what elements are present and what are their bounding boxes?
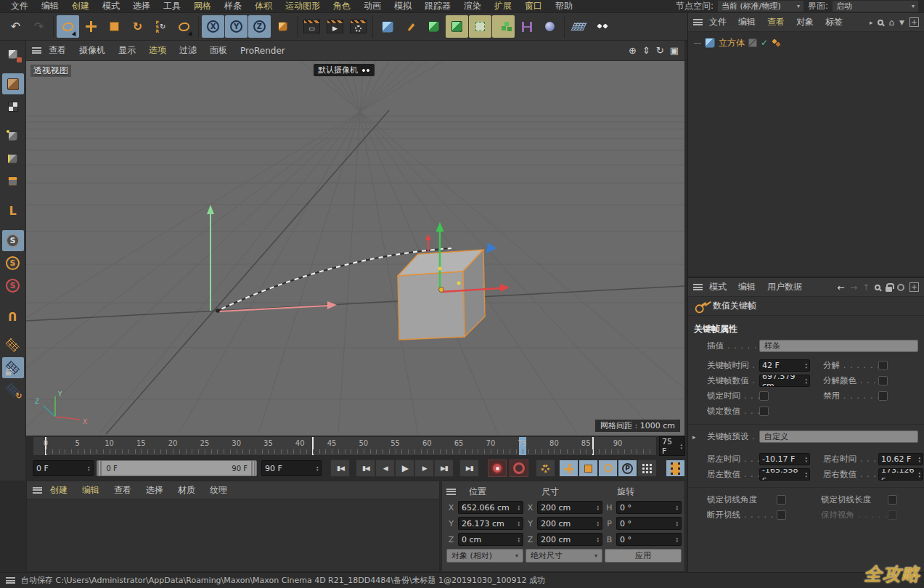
size-x-field[interactable]: 200 cm▴▾ (537, 501, 602, 514)
spinner-icon[interactable]: ▴▾ (516, 520, 520, 527)
spline-pen-button[interactable] (399, 15, 422, 38)
lock-tangent-length-checkbox[interactable] (888, 495, 897, 505)
symmetry-button[interactable] (515, 15, 538, 38)
mat-menu-create[interactable]: 创建 (44, 484, 74, 497)
menu-create[interactable]: 创建 (65, 0, 96, 12)
snap-enable-button[interactable]: S (2, 230, 24, 251)
spinner-icon[interactable]: ▴▾ (804, 362, 807, 369)
zoom-view-icon[interactable]: ⇕ (642, 45, 650, 56)
vp-menu-display[interactable]: 显示 (113, 44, 142, 57)
view-label[interactable]: 透视视图 (30, 65, 71, 77)
spinner-icon[interactable]: ▴▾ (595, 505, 599, 511)
workplane-rotate-button[interactable]: ↻ (2, 380, 24, 401)
undo-button[interactable]: ↶ (4, 15, 27, 38)
rotate-button[interactable]: ↻ (126, 15, 149, 38)
range-end-field[interactable]: 90 F ▴▾ (261, 460, 322, 476)
live-selection-button[interactable]: ▲ (57, 15, 79, 38)
menu-window[interactable]: 窗口 (518, 0, 549, 12)
mat-menu-material[interactable]: 材质 (171, 484, 202, 497)
node-space-select[interactable]: 当前 (标准/物理)▾ (718, 1, 804, 12)
record-parameter-button[interactable]: P (618, 460, 637, 477)
left-value-field[interactable]: -165.558 c▴▾ (759, 468, 810, 481)
ffd-button[interactable] (469, 15, 491, 38)
left-time-field[interactable]: -10.17 F▴▾ (759, 453, 810, 465)
break-tangent-checkbox[interactable] (777, 510, 786, 520)
vp-menu-prorender[interactable]: ProRender (234, 46, 291, 56)
attr-menu-mode[interactable]: 模式 (704, 281, 732, 293)
menu-mode[interactable]: 模式 (96, 0, 126, 12)
mat-menu-edit[interactable]: 编辑 (75, 484, 106, 497)
material-list-area[interactable] (27, 499, 439, 571)
range-grip-left[interactable] (97, 461, 102, 475)
menu-select[interactable]: 选择 (126, 0, 157, 12)
menu-help[interactable]: 帮助 (549, 0, 579, 12)
magnet-button[interactable]: U (2, 305, 24, 326)
menu-mograph[interactable]: 运动图形 (279, 0, 327, 12)
record-keyframe-button[interactable] (488, 460, 507, 477)
mat-menu-texture[interactable]: 纹理 (203, 484, 234, 497)
panel-menu-icon[interactable] (6, 577, 15, 584)
coordinate-system-button[interactable] (271, 15, 294, 38)
spinner-icon[interactable]: ▴▾ (804, 456, 807, 462)
search-icon[interactable] (878, 20, 883, 25)
vp-menu-camera[interactable]: 摄像机 (73, 44, 111, 57)
right-value-field[interactable]: 173.126 c▴▾ (878, 468, 923, 481)
layer-icon[interactable] (748, 38, 757, 47)
home-icon[interactable]: ⌂ (888, 17, 894, 28)
goto-next-key-button[interactable]: ▶▮ (434, 460, 454, 477)
instance-button[interactable] (446, 15, 468, 38)
current-frame-field[interactable]: 75 F ▴▾ (659, 436, 685, 456)
prev-frame-button[interactable]: ◀ (375, 460, 395, 477)
menu-spline[interactable]: 样条 (218, 0, 248, 12)
move-button[interactable] (80, 15, 102, 38)
spinner-icon[interactable]: ▴▾ (595, 536, 599, 543)
cloner-button[interactable] (492, 15, 515, 38)
menu-render[interactable]: 渲染 (457, 0, 488, 12)
add-panel-icon[interactable]: + (909, 282, 919, 292)
lock-icon[interactable] (886, 287, 892, 292)
workplane-lock-button[interactable] (2, 357, 24, 378)
snap-3d-button[interactable]: S (2, 253, 24, 274)
panel-menu-icon[interactable] (33, 487, 42, 494)
menu-mesh[interactable]: 网格 (187, 0, 218, 12)
record-pla-button[interactable] (637, 460, 657, 477)
spinner-icon[interactable]: ▴▾ (595, 520, 599, 527)
interface-select[interactable]: 启动▾ (833, 1, 918, 12)
spinner-icon[interactable]: ▴▾ (674, 536, 678, 543)
key-value-field[interactable]: 697.579 cm▴▾ (759, 375, 810, 387)
range-start-field[interactable]: 0 F ▴▾ (33, 460, 94, 476)
lock-tangent-angle-checkbox[interactable] (777, 495, 786, 505)
position-mode-select[interactable]: 对象 (相对)▾ (446, 549, 523, 563)
record-scale-button[interactable] (578, 460, 598, 477)
play-button[interactable]: ▶ (395, 460, 414, 477)
forward-icon[interactable]: → (850, 282, 857, 293)
pan-view-icon[interactable]: ⊕ (629, 45, 637, 56)
render-view-button[interactable]: ▭ (300, 15, 323, 38)
workplane-button[interactable] (2, 335, 24, 356)
edge-mode-button[interactable] (2, 148, 24, 169)
next-frame-button[interactable]: ▶ (414, 460, 434, 477)
timeline-window-button[interactable] (666, 460, 685, 477)
goto-end-button[interactable]: ▶▮ (459, 460, 479, 477)
search-icon[interactable] (875, 285, 880, 290)
camera-light-button[interactable] (591, 15, 613, 38)
record-rotation-button[interactable] (598, 460, 618, 477)
lock-time-checkbox[interactable] (759, 391, 769, 401)
vp-menu-filter[interactable]: 过滤 (173, 44, 203, 57)
record-position-button[interactable] (559, 460, 578, 477)
goto-prev-key-button[interactable]: ▮◀ (356, 460, 375, 477)
position-x-field[interactable]: 652.066 cm▴▾ (458, 501, 523, 514)
panel-arrow-icon[interactable]: ▸ (870, 19, 873, 26)
om-menu-file[interactable]: 文件 (704, 16, 732, 28)
autokey-button[interactable] (510, 460, 528, 477)
point-mode-button[interactable] (2, 126, 24, 147)
spinner-icon[interactable]: ▴▾ (674, 505, 678, 511)
render-picture-viewer-button[interactable]: ▶ (324, 15, 346, 38)
psr-button[interactable]: PSR↻ (150, 15, 172, 38)
size-mode-select[interactable]: 绝对尺寸▾ (526, 549, 602, 563)
goto-start-button[interactable]: ▮◀ (330, 460, 350, 477)
vp-menu-panel[interactable]: 面板 (204, 44, 233, 57)
size-z-field[interactable]: 200 cm▴▾ (537, 533, 602, 546)
vp-menu-options[interactable]: 选项 (143, 44, 172, 57)
om-menu-tags[interactable]: 标签 (820, 16, 848, 28)
